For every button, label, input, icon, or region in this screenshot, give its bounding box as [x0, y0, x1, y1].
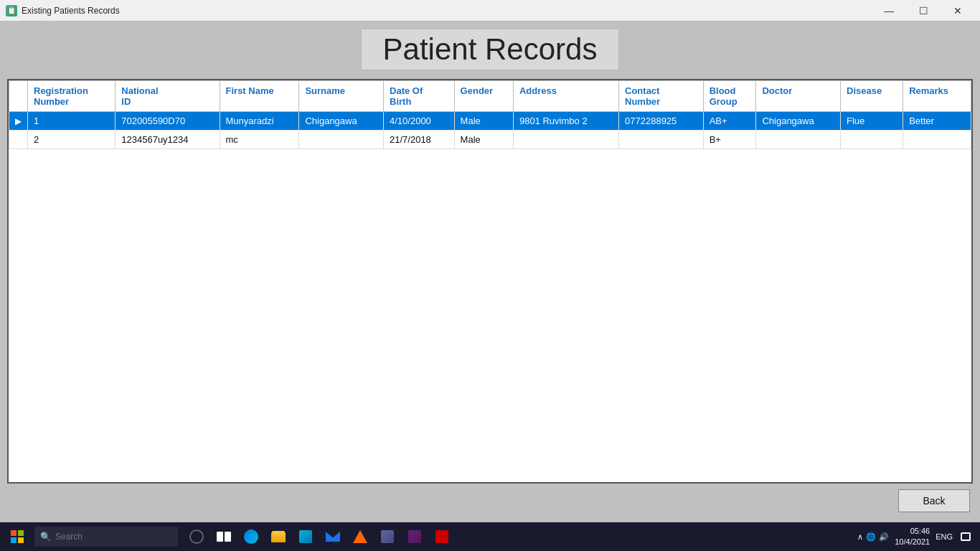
cell-address: 9801 Ruvimbo 2 — [513, 112, 618, 131]
vscode-icon — [381, 530, 394, 543]
clock-date: 10/4/2021 — [895, 537, 930, 547]
cell-disease — [841, 131, 903, 149]
taskbar-explorer[interactable] — [265, 524, 291, 550]
notification-icon — [961, 532, 971, 541]
col-arrow — [9, 81, 28, 112]
table-container[interactable]: RegistrationNumber NationalID First Name… — [7, 79, 973, 484]
notification-button[interactable] — [958, 528, 973, 545]
col-first-name: First Name — [220, 81, 299, 112]
window-title: Existing Patients Records — [22, 6, 120, 16]
explorer-icon — [271, 531, 286, 542]
minimize-button[interactable]: — — [872, 2, 905, 19]
footer: Back — [7, 484, 973, 515]
taskbar-mail[interactable] — [320, 524, 346, 550]
taskbar-task-view[interactable] — [211, 524, 237, 550]
windows-icon — [11, 530, 24, 543]
title-bar: 📋 Existing Patients Records — ☐ ✕ — [0, 0, 980, 22]
system-tray-icons: ∧ 🌐 🔊 — [857, 532, 889, 542]
cell-disease: Flue — [841, 112, 903, 131]
volume-icon[interactable]: 🔊 — [879, 532, 889, 542]
red-app-icon — [435, 530, 448, 543]
taskbar-vlc[interactable] — [347, 524, 373, 550]
chevron-up-icon[interactable]: ∧ — [857, 532, 863, 542]
cortana-icon — [189, 529, 204, 544]
cell-doctor: Chigangawa — [756, 112, 841, 131]
vsm-icon — [408, 530, 421, 543]
cell-first_name: Munyaradzi — [220, 112, 299, 131]
row-arrow: ▶ — [9, 112, 28, 131]
network-icon[interactable]: 🌐 — [866, 532, 876, 542]
col-dob: Date OfBirth — [384, 81, 455, 112]
taskbar-vscode[interactable] — [374, 524, 400, 550]
main-window: 📋 Existing Patients Records — ☐ ✕ Patien… — [0, 0, 980, 522]
close-button[interactable]: ✕ — [941, 2, 974, 19]
cell-doctor — [756, 131, 841, 149]
cell-national_id: 702005590D70 — [116, 112, 220, 131]
patient-table: RegistrationNumber NationalID First Name… — [9, 80, 971, 149]
cell-gender: Male — [454, 131, 513, 149]
cell-remarks — [903, 131, 971, 149]
language-indicator[interactable]: ENG — [936, 532, 953, 541]
edge-icon — [244, 529, 258, 544]
task-view-icon — [217, 532, 231, 542]
table-header-row: RegistrationNumber NationalID First Name… — [9, 81, 971, 112]
taskbar-edge[interactable] — [238, 524, 264, 550]
cell-reg_no: 2 — [28, 131, 116, 149]
title-bar-left: 📋 Existing Patients Records — [6, 5, 120, 17]
col-contact: ContactNumber — [619, 81, 704, 112]
start-button[interactable] — [3, 522, 32, 551]
cell-dob: 4/10/2000 — [384, 112, 455, 131]
row-arrow — [9, 131, 28, 149]
cell-national_id: 1234567uy1234 — [116, 131, 220, 149]
cell-reg_no: 1 — [28, 112, 116, 131]
cell-surname: Chigangawa — [299, 112, 384, 131]
col-remarks: Remarks — [903, 81, 971, 112]
cell-address — [513, 131, 618, 149]
col-surname: Surname — [299, 81, 384, 112]
col-address: Address — [513, 81, 618, 112]
col-doctor: Doctor — [756, 81, 841, 112]
cell-contact: 0772288925 — [619, 112, 704, 131]
taskbar-vsm[interactable] — [402, 524, 428, 550]
page-title: Patient Records — [361, 29, 620, 70]
taskbar-search[interactable]: 🔍 — [34, 527, 178, 547]
col-reg-number: RegistrationNumber — [28, 81, 116, 112]
taskbar-red[interactable] — [429, 524, 455, 550]
search-icon: 🔍 — [40, 532, 51, 542]
taskbar-app-icons — [184, 524, 455, 550]
cell-remarks: Better — [903, 112, 971, 131]
cell-blood_group: B+ — [703, 131, 756, 149]
cell-first_name: mc — [220, 131, 299, 149]
taskbar-cortana[interactable] — [184, 524, 209, 550]
taskbar-right: ∧ 🌐 🔊 05:46 10/4/2021 ENG — [857, 526, 977, 548]
cell-gender: Male — [454, 112, 513, 131]
page-title-container: Patient Records — [7, 29, 973, 70]
app-icon: 📋 — [6, 5, 17, 17]
col-national-id: NationalID — [116, 81, 220, 112]
col-blood-group: BloodGroup — [703, 81, 756, 112]
table-row[interactable]: 21234567uy1234mc21/7/2018MaleB+ — [9, 131, 971, 149]
search-input[interactable] — [55, 532, 156, 542]
table-body: ▶1702005590D70MunyaradziChigangawa4/10/2… — [9, 112, 971, 149]
taskbar-clock[interactable]: 05:46 10/4/2021 — [895, 526, 930, 548]
cell-blood_group: AB+ — [703, 112, 756, 131]
cell-surname — [299, 131, 384, 149]
mail-icon — [326, 532, 340, 542]
cell-contact — [619, 131, 704, 149]
maximize-button[interactable]: ☐ — [907, 2, 940, 19]
col-gender: Gender — [454, 81, 513, 112]
vlc-icon — [353, 530, 367, 543]
window-content: Patient Records RegistrationNumber Natio… — [0, 22, 980, 522]
clock-time: 05:46 — [895, 526, 930, 537]
title-bar-controls: — ☐ ✕ — [872, 2, 974, 19]
table-row[interactable]: ▶1702005590D70MunyaradziChigangawa4/10/2… — [9, 112, 971, 131]
cell-dob: 21/7/2018 — [384, 131, 455, 149]
taskbar: 🔍 — [0, 522, 980, 551]
col-disease: Disease — [841, 81, 903, 112]
store-icon — [299, 530, 312, 543]
taskbar-store[interactable] — [293, 524, 319, 550]
back-button[interactable]: Back — [898, 489, 970, 512]
